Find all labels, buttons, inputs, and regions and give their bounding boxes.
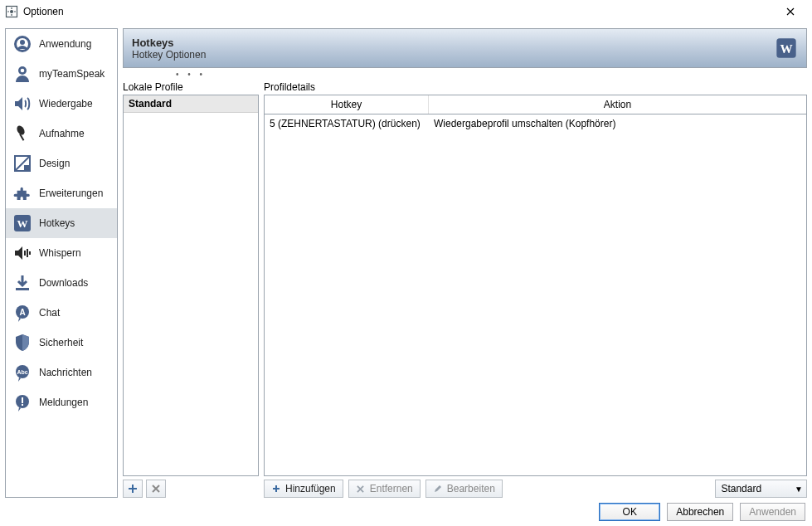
svg-rect-13 [16, 288, 29, 290]
details-buttons: Hinzufügen Entfernen Bearb [264, 480, 807, 498]
svg-rect-10 [24, 165, 29, 170]
col-action[interactable]: Aktion [429, 95, 806, 114]
svg-text:Abc: Abc [17, 369, 27, 375]
sidebar-item-meldungen[interactable]: Meldungen [6, 387, 117, 417]
body-row: Anwendung myTeamSpeak Wiedergabe Aufnahm… [5, 28, 807, 498]
main-header: Hotkeys Hotkey Optionen W [123, 28, 807, 68]
profile-buttons [123, 480, 259, 498]
hotkeys-icon: W [12, 213, 32, 233]
content: Anwendung myTeamSpeak Wiedergabe Aufnahm… [0, 23, 812, 526]
profile-item[interactable]: Standard [124, 95, 258, 113]
window-title: Optionen [23, 6, 64, 17]
plus-icon [271, 484, 281, 494]
drag-handle-dots: • • • [123, 70, 259, 81]
myteamspeak-icon [12, 64, 32, 84]
security-icon [12, 333, 32, 353]
close-icon [786, 7, 795, 16]
profile-list[interactable]: Standard [123, 95, 259, 476]
cell-action: Wiedergabeprofil umschalten (Kopfhörer) [429, 114, 806, 133]
main-panel: Hotkeys Hotkey Optionen W • • • Lokale P… [123, 28, 807, 498]
sidebar-item-label: Erweiterungen [39, 188, 103, 199]
design-icon [12, 153, 32, 173]
sidebar-item-label: Hotkeys [39, 217, 75, 229]
delete-x-icon [356, 484, 366, 494]
edit-hotkey-button[interactable]: Bearbeiten [425, 480, 503, 498]
playback-icon [12, 94, 32, 114]
svg-rect-19 [22, 397, 23, 403]
svg-text:A: A [19, 308, 25, 317]
sidebar-item-label: Meldungen [39, 397, 88, 408]
sidebar-item-label: Anwendung [39, 38, 91, 50]
button-label: Bearbeiten [447, 483, 495, 494]
sidebar: Anwendung myTeamSpeak Wiedergabe Aufnahm… [5, 28, 118, 498]
sidebar-item-aufnahme[interactable]: Aufnahme [6, 119, 117, 149]
addons-icon [12, 183, 32, 203]
profile-select[interactable]: Standard ▼ [715, 480, 807, 498]
sidebar-item-label: Aufnahme [39, 128, 85, 139]
chat-icon: A [12, 303, 32, 323]
sidebar-item-label: Nachrichten [39, 367, 92, 378]
whisper-icon [12, 243, 32, 263]
capture-icon [12, 124, 32, 144]
sidebar-item-label: Chat [39, 307, 60, 319]
cancel-button[interactable]: Abbrechen [667, 503, 733, 521]
page-subtitle: Hotkey Optionen [132, 49, 206, 61]
delete-x-icon [152, 485, 160, 493]
sidebar-item-label: Design [39, 158, 70, 169]
svg-point-1 [10, 10, 13, 13]
details-column: Profildetails Hotkey Aktion 5 (ZEHNERTAS… [264, 70, 807, 498]
apply-button[interactable]: Anwenden [740, 503, 805, 521]
pencil-icon [433, 484, 443, 494]
profiles-column: • • • Lokale Profile Standard [123, 70, 259, 498]
details-table-header: Hotkey Aktion [265, 95, 806, 114]
sidebar-item-whispern[interactable]: Whispern [6, 238, 117, 268]
sidebar-item-sicherheit[interactable]: Sicherheit [6, 328, 117, 358]
sidebar-item-label: Sicherheit [39, 337, 83, 348]
sidebar-item-label: Whispern [39, 247, 81, 259]
remove-hotkey-button[interactable]: Entfernen [348, 480, 421, 498]
sidebar-item-hotkeys[interactable]: W Hotkeys [6, 208, 117, 238]
add-hotkey-button[interactable]: Hinzufügen [264, 480, 343, 498]
svg-point-4 [20, 40, 25, 45]
col-hotkey[interactable]: Hotkey [265, 95, 429, 114]
notifications-icon [12, 392, 32, 412]
sidebar-item-design[interactable]: Design [6, 149, 117, 178]
titlebar: Optionen [0, 0, 812, 23]
sidebar-item-label: Wiedergabe [39, 98, 93, 110]
details-table-body: 5 (ZEHNERTASTATUR) (drücken) Wiedergabep… [265, 114, 806, 475]
sidebar-item-anwendung[interactable]: Anwendung [6, 29, 117, 59]
close-button[interactable] [774, 0, 807, 23]
svg-text:W: W [780, 41, 792, 56]
mid-row: • • • Lokale Profile Standard [123, 70, 807, 498]
sidebar-item-wiedergabe[interactable]: Wiedergabe [6, 89, 117, 119]
sidebar-item-myteamspeak[interactable]: myTeamSpeak [6, 59, 117, 89]
sidebar-item-nachrichten[interactable]: Abc Nachrichten [6, 358, 117, 387]
application-icon [12, 34, 32, 54]
details-table: Hotkey Aktion 5 (ZEHNERTASTATUR) (drücke… [264, 95, 807, 476]
svg-point-6 [21, 69, 25, 73]
header-hotkeys-icon: W [775, 37, 798, 60]
button-label: Anwenden [749, 506, 796, 518]
combo-value: Standard [721, 483, 761, 494]
sidebar-item-erweiterungen[interactable]: Erweiterungen [6, 178, 117, 208]
sidebar-item-downloads[interactable]: Downloads [6, 268, 117, 298]
sidebar-item-label: Downloads [39, 277, 88, 289]
page-title: Hotkeys [132, 37, 206, 49]
sidebar-item-chat[interactable]: A Chat [6, 298, 117, 328]
sidebar-item-label: myTeamSpeak [39, 68, 105, 80]
profiles-label: Lokale Profile [123, 81, 259, 93]
button-label: OK [623, 506, 637, 518]
svg-text:W: W [17, 217, 28, 230]
svg-rect-20 [22, 404, 23, 406]
button-label: Entfernen [370, 483, 413, 494]
cell-hotkey: 5 (ZEHNERTASTATUR) (drücken) [265, 114, 429, 133]
plus-icon [128, 484, 138, 494]
button-label: Hinzufügen [285, 483, 336, 494]
details-label: Profildetails [264, 81, 807, 93]
table-row[interactable]: 5 (ZEHNERTASTATUR) (drücken) Wiedergabep… [265, 114, 806, 133]
footer: OK Abbrechen Anwenden [5, 503, 807, 521]
add-profile-button[interactable] [123, 480, 143, 498]
delete-profile-button[interactable] [146, 480, 166, 498]
ok-button[interactable]: OK [599, 503, 660, 521]
downloads-icon [12, 273, 32, 293]
